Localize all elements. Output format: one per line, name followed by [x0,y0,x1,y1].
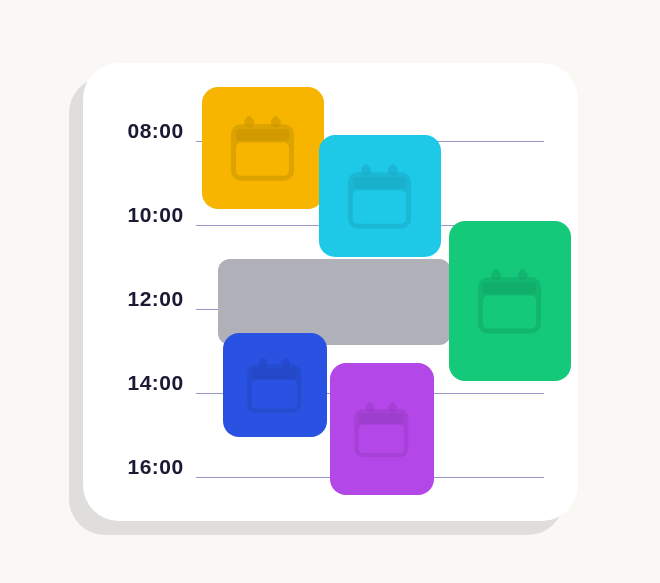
svg-rect-8 [353,191,406,224]
calendar-card: 08:0010:0012:0014:0016:00 [83,63,578,521]
time-label: 10:00 [128,203,196,227]
calendar-icon [221,106,304,189]
calendar-icon [239,349,310,420]
time-label: 16:00 [128,455,196,479]
event-blue[interactable] [223,333,327,437]
svg-rect-20 [520,269,525,281]
svg-rect-34 [391,402,395,412]
time-label: 12:00 [128,287,196,311]
event-purple[interactable] [330,363,434,495]
time-label: 14:00 [128,371,196,395]
svg-rect-30 [359,413,404,423]
svg-rect-15 [483,296,536,329]
svg-rect-2 [236,129,289,141]
svg-rect-6 [273,116,278,128]
svg-rect-22 [252,380,297,408]
svg-rect-27 [284,358,288,368]
svg-rect-29 [359,424,404,452]
time-label: 08:00 [128,119,196,143]
event-green[interactable] [449,221,571,381]
svg-rect-26 [261,358,265,368]
svg-rect-16 [483,282,536,294]
svg-rect-1 [236,143,289,176]
event-gray[interactable] [218,259,451,345]
event-orange[interactable] [202,87,324,209]
calendar-icon [468,246,551,355]
event-cyan[interactable] [319,135,441,257]
svg-rect-5 [247,116,252,128]
svg-rect-12 [364,164,369,176]
svg-rect-23 [252,369,297,379]
svg-rect-9 [353,177,406,189]
calendar-icon [346,384,417,474]
calendar-icon [338,154,421,237]
svg-rect-33 [368,402,372,412]
svg-rect-19 [494,269,499,281]
svg-rect-13 [390,164,395,176]
